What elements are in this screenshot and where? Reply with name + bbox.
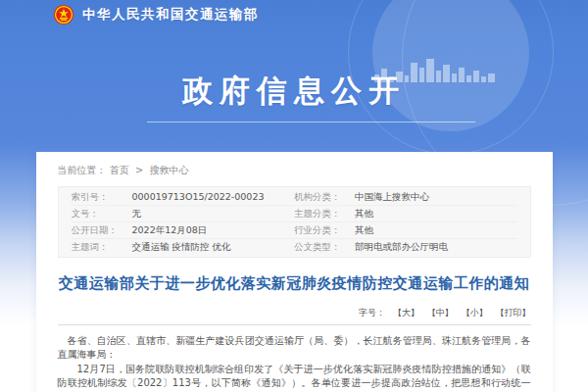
breadcrumb: 当前位置： 首页 > 搜救中心 bbox=[58, 164, 531, 177]
meta-value-index-number: 000019713O15/2022-00023 bbox=[132, 189, 265, 205]
body-paragraph: 12月7日，国务院联防联控机制综合组印发了《关于进一步优化落实新冠肺炎疫情防控措… bbox=[58, 363, 531, 392]
site-header: 中华人民共和国交通运输部 bbox=[0, 0, 588, 29]
title-divider bbox=[58, 324, 531, 325]
document-body: 各省、自治区、直辖市、新疆生产建设兵团交通运输厅（局、委），长江航务管理局、珠江… bbox=[58, 334, 531, 392]
meta-value-doc-type: 部明电或部办公厅明电 bbox=[355, 239, 448, 255]
document-meta-table: 索引号： 000019713O15/2022-00023 机构分类： 中国海上搜… bbox=[58, 186, 531, 258]
font-size-label: 字号： bbox=[359, 308, 385, 318]
salutation-paragraph: 各省、自治区、直辖市、新疆生产建设兵团交通运输厅（局、委），长江航务管理局、珠江… bbox=[58, 334, 531, 363]
national-emblem-icon bbox=[53, 4, 74, 25]
font-size-small-button[interactable]: 【小】 bbox=[462, 308, 488, 318]
meta-label: 文号： bbox=[72, 206, 132, 221]
breadcrumb-label: 当前位置： bbox=[58, 165, 107, 175]
breadcrumb-current: 搜救中心 bbox=[149, 165, 188, 175]
font-size-toolbar: 字号： 【大】 【中】 【小】 【打印】 bbox=[58, 307, 531, 319]
meta-label: 索引号： bbox=[72, 189, 132, 205]
meta-value-publish-date: 2022年12月08日 bbox=[132, 222, 208, 238]
meta-value-keywords: 交通运输 疫情防控 优化 bbox=[132, 239, 231, 255]
meta-label: 行业分类： bbox=[294, 222, 355, 238]
breadcrumb-separator: > bbox=[135, 165, 143, 175]
hero-banner: 政府信息公开 bbox=[0, 29, 588, 152]
meta-label: 公文类型： bbox=[294, 239, 355, 255]
meta-label: 机构分类： bbox=[294, 189, 355, 205]
meta-row: 索引号： 000019713O15/2022-00023 机构分类： 中国海上搜… bbox=[72, 189, 517, 206]
meta-row: 文号： 无 主题分类： 其他 bbox=[72, 206, 517, 222]
site-title[interactable]: 中华人民共和国交通运输部 bbox=[82, 6, 259, 24]
meta-row: 主题词： 交通运输 疫情防控 优化 公文类型： 部明电或部办公厅明电 bbox=[72, 239, 517, 255]
meta-label: 主题分类： bbox=[294, 206, 355, 221]
font-size-medium-button[interactable]: 【中】 bbox=[427, 308, 454, 318]
breadcrumb-home-link[interactable]: 首页 bbox=[110, 165, 129, 175]
meta-label: 公开日期： bbox=[72, 222, 132, 238]
meta-value-industry-category: 其他 bbox=[355, 222, 373, 238]
font-size-large-button[interactable]: 【大】 bbox=[393, 308, 419, 318]
title-underline bbox=[147, 122, 475, 122]
meta-value-doc-number: 无 bbox=[132, 206, 142, 221]
meta-row: 公开日期： 2022年12月08日 行业分类： 其他 bbox=[72, 222, 517, 239]
meta-label: 主题词： bbox=[72, 239, 132, 255]
document-title: 交通运输部关于进一步优化落实新冠肺炎疫情防控交通运输工作的通知 bbox=[58, 274, 531, 294]
page-title: 政府信息公开 bbox=[0, 71, 588, 112]
print-button[interactable]: 【打印】 bbox=[496, 308, 531, 318]
meta-value-agency: 中国海上搜救中心 bbox=[355, 189, 429, 205]
content-card: 当前位置： 首页 > 搜救中心 索引号： 000019713O15/2022-0… bbox=[36, 152, 553, 392]
meta-value-topic-category: 其他 bbox=[355, 206, 373, 221]
